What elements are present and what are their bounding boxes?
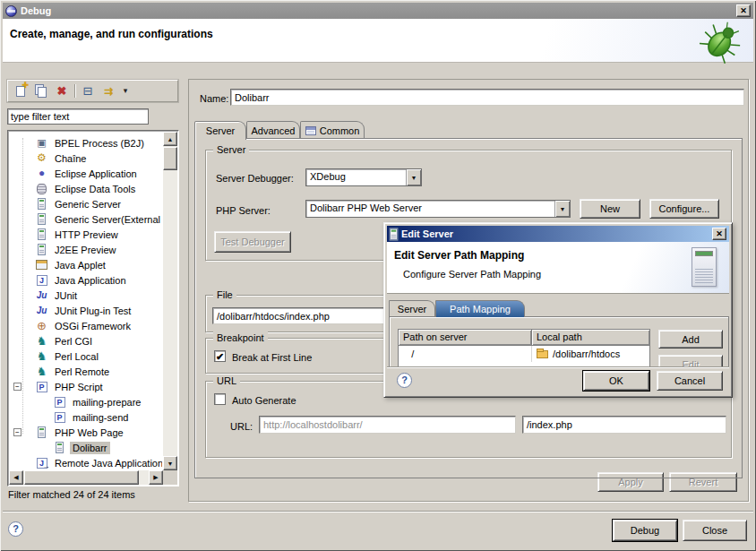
table-row[interactable]: //dolibarr/htdocs [399,346,649,362]
debug-button[interactable]: Debug [613,520,677,541]
tree-item-label: Java Applet [52,259,108,271]
tree-item-junit[interactable]: JuJUnit [10,288,162,303]
collapse-all-icon[interactable]: ⊟ [80,83,96,99]
tree-horizontal-scrollbar[interactable]: ◀ ▶ [9,470,163,485]
tree-item-http-preview[interactable]: HTTP Preview [10,227,162,242]
junit-icon: Ju [35,289,48,302]
column-header-local-path: Local path [532,330,649,346]
database-icon [35,183,48,195]
tab-server[interactable]: Server [194,121,246,140]
tree-item-j2ee-preview[interactable]: J2EE Preview [10,242,162,257]
camel-icon: ♞ [35,366,48,378]
filter-input[interactable]: type filter text [7,108,149,125]
tree-vertical-scrollbar[interactable]: ▲ ▼ [163,132,177,470]
cell-local-path: /dolibarr/htdocs [532,346,649,362]
dialog-tab-server[interactable]: Server [389,300,435,316]
cancel-button[interactable]: Cancel [657,371,723,391]
tab-label: Server [206,125,235,136]
tree-item-mailing-send[interactable]: Pmailing-send [10,409,162,425]
server-icon [35,213,48,226]
server-icon [35,426,48,439]
tree-item-eclipse-application[interactable]: ●Eclipse Application [10,166,162,181]
new-configuration-icon[interactable]: ✚ [13,83,29,99]
tree-item-generic-server-external-la[interactable]: Generic Server(External La [10,211,162,227]
window-titlebar[interactable]: Debug ✕ [3,3,753,19]
filter-icon[interactable]: ⇉ [100,83,116,99]
scrollbar-corner [163,470,177,485]
java-icon: J [35,274,48,287]
tree-item-java-application[interactable]: JJava Application [10,272,162,288]
tree-item-label: PHP Script [52,381,106,393]
tree-item-label: PHP Web Page [52,426,126,439]
tree-item-label: Eclipse Application [52,168,140,180]
tree-item-php-web-page[interactable]: −PHP Web Page [10,425,162,440]
tree-item-perl-local[interactable]: ♞Perl Local [10,349,162,364]
table-header-row: Path on serverLocal path [399,330,649,346]
tree-item-dolibarr[interactable]: Dolibarr [10,440,162,455]
tree-item-label: JUnit Plug-in Test [52,305,133,317]
tree-item-php-script[interactable]: −PPHP Script [10,379,162,394]
tree-item-generic-server[interactable]: Generic Server [10,196,162,211]
tree-item-junit-plug-in-test[interactable]: JuJUnit Plug-in Test [10,303,162,318]
configuration-tree: ▣BPEL Process (B2J)⚙Chaîne●Eclipse Appli… [7,130,179,486]
php-icon: P [35,381,48,393]
local-path-text: /dolibarr/htdocs [553,349,620,359]
tree-item-perl-remote[interactable]: ♞Perl Remote [10,364,162,379]
name-label: Name: [200,92,228,105]
toolbar-separator [74,84,75,98]
duplicate-configuration-icon[interactable] [33,83,49,99]
debug-configurations-window: Debug ✕ Create, manage, and run configur… [0,0,756,551]
scroll-up-button[interactable]: ▲ [163,132,177,146]
scroll-down-button[interactable]: ▼ [163,456,177,470]
tree-item-mailing-prepare[interactable]: Pmailing-prepare [10,394,162,409]
tree-item-label: Perl Remote [52,366,112,378]
vertical-scroll-thumb[interactable] [163,147,177,170]
tree-item-cha-ne[interactable]: ⚙Chaîne [10,151,162,166]
tree-item-label: JUnit [52,289,80,302]
path-mapping-table: Path on serverLocal path //dolibarr/htdo… [398,329,650,371]
tab-common[interactable]: Common [300,121,365,139]
close-button[interactable]: Close [683,520,747,541]
ok-button[interactable]: OK [583,371,649,391]
plus-glyph: ✚ [21,82,29,90]
name-input[interactable]: Dolibarr [230,89,744,106]
banner: Create, manage, and run configurations [3,19,753,63]
tree-item-remote-java-application[interactable]: JRemote Java Application [10,455,162,469]
php-icon: P [53,411,66,424]
tree-item-eclipse-data-tools[interactable]: Eclipse Data Tools [10,181,162,196]
help-icon[interactable]: ? [8,521,23,537]
collapse-node-icon[interactable]: − [13,428,21,436]
tree-item-osgi-framework[interactable]: ⊕OSGi Framework [10,318,162,333]
tree-item-perl-cgi[interactable]: ♞Perl CGI [10,333,162,349]
filter-menu-arrow-icon[interactable]: ▾ [121,83,130,99]
camel-icon: ♞ [35,350,48,363]
dialog-help-icon[interactable]: ? [397,373,412,388]
eclipse-icon [5,5,17,17]
dialog-close-button[interactable]: ✕ [712,228,726,240]
tree-item-label: Dolibarr [70,442,110,454]
collapse-node-icon[interactable]: − [13,383,21,391]
dialog-titlebar[interactable]: Edit Server ✕ [387,226,729,242]
tab-label: Common [320,125,360,136]
dialog-button-bar: ? OK Cancel [387,366,729,394]
scroll-right-button[interactable]: ▶ [149,470,163,485]
horizontal-scroll-thumb[interactable] [24,470,139,485]
dialog-title: Edit Server [401,228,453,239]
tree-item-label: OSGi Framework [52,320,133,332]
window-close-button[interactable]: ✕ [736,4,751,17]
delete-configuration-icon[interactable]: ✖ [54,83,70,99]
edit-server-dialog: Edit Server ✕ Edit Server Path Mapping C… [383,222,733,398]
java-remote-icon: J [35,457,48,469]
dialog-subheading: Configure Server Path Mapping [403,269,541,280]
table-icon [305,126,316,135]
banner-title: Create, manage, and run configurations [10,28,213,40]
tab-advanced[interactable]: Advanced [246,121,300,139]
server-tower-icon [692,247,717,287]
dialog-tab-path-mapping[interactable]: Path Mapping [435,300,525,317]
tree-item-label: mailing-send [70,411,131,424]
scroll-left-button[interactable]: ◀ [9,470,23,485]
tree-item-java-applet[interactable]: Java Applet [10,257,162,272]
osgi-icon: ⊕ [35,320,48,332]
tree-item-bpel-process-b2j[interactable]: ▣BPEL Process (B2J) [10,135,162,151]
add-mapping-button[interactable]: Add [658,330,723,349]
